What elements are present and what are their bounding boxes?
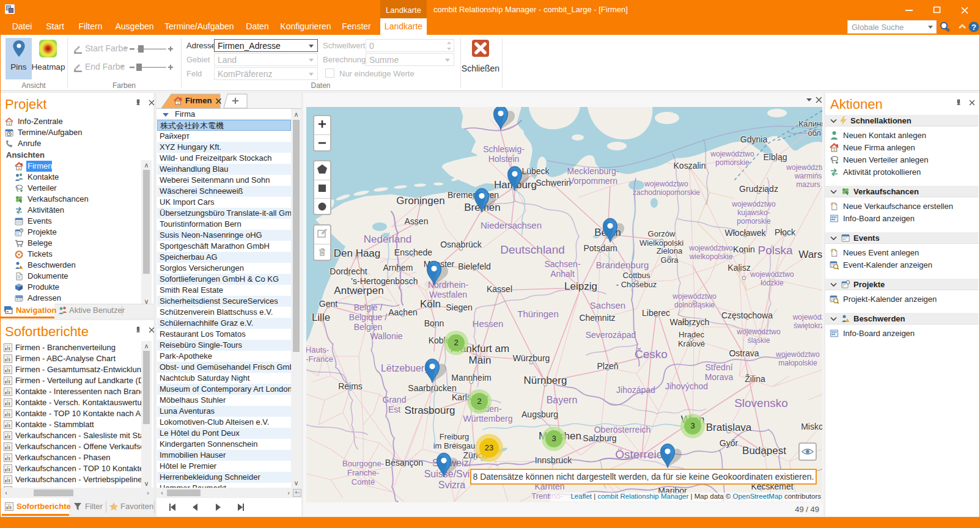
svg-text:!: ! <box>20 266 21 270</box>
svg-text:?: ? <box>971 23 976 32</box>
